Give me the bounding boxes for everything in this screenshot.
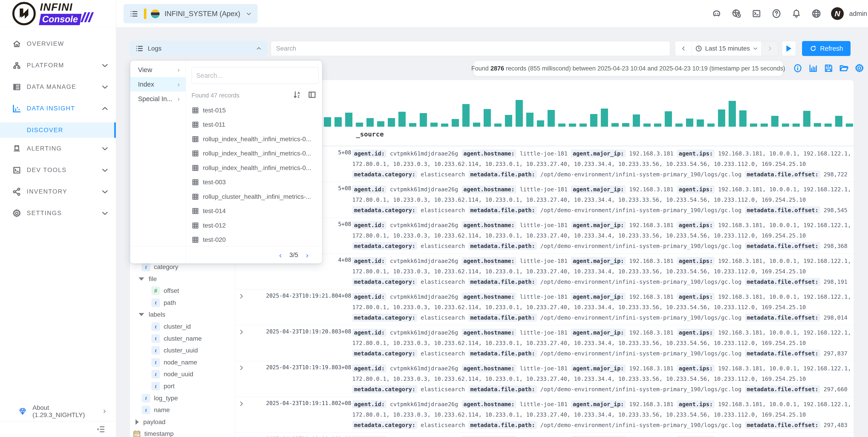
sidebar-item-data-manage[interactable]: DATA MANAGE: [0, 76, 116, 98]
histogram-bar[interactable]: [825, 124, 832, 127]
histogram-bar[interactable]: [377, 121, 384, 127]
field-item-timestamp[interactable]: timestamp: [132, 428, 174, 437]
time-range-button[interactable]: Last 15 minutes: [692, 41, 761, 56]
dropdown-menu-item-view[interactable]: View›: [130, 63, 186, 77]
index-list-item[interactable]: rollup_index_health_.infini_metrics-0...: [191, 161, 314, 175]
row-expand-icon[interactable]: [238, 401, 245, 407]
field-item-node_uuid[interactable]: tnode_uuid: [151, 368, 193, 380]
open-folder-icon[interactable]: [839, 63, 849, 73]
histogram-bar[interactable]: [771, 116, 778, 127]
refresh-button[interactable]: Refresh: [802, 41, 850, 56]
field-item-file[interactable]: file: [139, 273, 157, 285]
field-item-name[interactable]: tname: [142, 404, 170, 416]
histogram-bar[interactable]: [537, 120, 544, 127]
about-button[interactable]: About (1.29.3_NIGHTLY): [0, 402, 116, 421]
histogram-bar[interactable]: [505, 115, 512, 127]
histogram-bar[interactable]: [473, 123, 480, 127]
sidebar-item-dev-tools[interactable]: DEV TOOLS: [0, 159, 116, 181]
caret-right-icon[interactable]: [135, 419, 139, 425]
histogram-bar[interactable]: [612, 123, 619, 127]
index-list-item[interactable]: test-003: [191, 175, 314, 189]
discord-icon[interactable]: [711, 8, 722, 19]
sidebar-item-data-insight[interactable]: DATA INSIGHT: [0, 98, 116, 119]
cluster-selector[interactable]: INFINI_SYSTEM (Apex): [124, 4, 258, 23]
histogram-bar[interactable]: [356, 123, 363, 127]
histogram-bar[interactable]: [367, 118, 374, 127]
index-list-item[interactable]: test-011: [191, 118, 314, 132]
field-item-cluster_id[interactable]: tcluster_id: [151, 321, 191, 333]
field-item-log_type[interactable]: tlog_type: [142, 392, 178, 404]
histogram-bar[interactable]: [345, 113, 352, 127]
terminal-icon[interactable]: [751, 8, 762, 19]
field-item-cluster_name[interactable]: tcluster_name: [151, 333, 202, 345]
histogram-bar[interactable]: [654, 124, 661, 127]
caret-down-icon[interactable]: [139, 277, 144, 281]
field-item-node_name[interactable]: tnode_name: [151, 356, 197, 368]
histogram-bar[interactable]: [324, 117, 331, 127]
field-item-cluster_uuid[interactable]: tcluster_uuid: [151, 345, 198, 356]
caret-down-icon[interactable]: [139, 313, 144, 316]
bell-icon[interactable]: [791, 8, 802, 19]
histogram-bar[interactable]: [622, 123, 629, 127]
histogram-bar[interactable]: [697, 120, 704, 127]
histogram-bar[interactable]: [484, 109, 491, 127]
collapse-sidebar-icon[interactable]: [96, 424, 105, 434]
columns-icon[interactable]: [308, 90, 317, 99]
histogram-bar[interactable]: [526, 113, 533, 127]
chart-icon[interactable]: [808, 63, 818, 73]
histogram-bar[interactable]: [462, 104, 470, 127]
index-list-item[interactable]: test-012: [191, 218, 314, 232]
histogram-bar[interactable]: [633, 115, 640, 127]
index-list-item[interactable]: test-015: [191, 103, 314, 117]
settings-gear-icon[interactable]: [855, 63, 864, 73]
row-expand-icon[interactable]: [238, 365, 245, 372]
histogram-bar[interactable]: [420, 113, 427, 127]
sidebar-item-discover[interactable]: DISCOVER: [0, 122, 116, 138]
histogram-bar[interactable]: [398, 112, 406, 127]
index-list-item[interactable]: rollup_index_health_.infini_metrics-0...: [191, 147, 314, 161]
histogram-bar[interactable]: [409, 123, 416, 127]
row-expand-icon[interactable]: [238, 329, 245, 336]
field-item-labels[interactable]: labels: [139, 309, 165, 320]
field-item-payload[interactable]: payload: [135, 416, 165, 428]
histogram-bar[interactable]: [590, 114, 597, 127]
dropdown-menu-item-index[interactable]: Index›: [130, 77, 186, 92]
sidebar-item-alerting[interactable]: ALERTING: [0, 138, 116, 159]
user-avatar[interactable]: N: [831, 7, 844, 20]
histogram-bar[interactable]: [739, 111, 746, 127]
sidebar-item-platform[interactable]: PLATFORM: [0, 55, 116, 76]
page-prev-icon[interactable]: ‹: [279, 251, 281, 259]
help-icon[interactable]: [771, 8, 782, 19]
histogram-bar[interactable]: [814, 123, 821, 127]
histogram-bar[interactable]: [665, 111, 672, 127]
histogram-bar[interactable]: [430, 123, 438, 127]
histogram-bar[interactable]: [728, 101, 736, 127]
page-next-icon[interactable]: ›: [306, 251, 308, 259]
histogram-bar[interactable]: [558, 124, 565, 127]
app-logo[interactable]: INFINI Console: [0, 0, 116, 27]
histogram-bar[interactable]: [601, 108, 608, 127]
histogram-bar[interactable]: [707, 124, 715, 127]
index-search-input[interactable]: [196, 72, 314, 79]
histogram-bar[interactable]: [388, 118, 395, 127]
index-list-item[interactable]: rollup_cluster_health_.infini_metrics-..…: [191, 189, 314, 204]
histogram-bar[interactable]: [494, 124, 501, 127]
row-expand-icon[interactable]: [238, 293, 245, 300]
histogram-bar[interactable]: [569, 124, 576, 127]
auto-refresh-play-button[interactable]: [782, 41, 796, 56]
dropdown-menu-item-special-in-[interactable]: Special In...›: [130, 92, 186, 106]
field-item-port[interactable]: tport: [151, 380, 175, 392]
search-input[interactable]: [276, 45, 665, 52]
histogram-bar[interactable]: [452, 119, 459, 127]
histogram-bar[interactable]: [750, 124, 757, 127]
histogram-bar[interactable]: [835, 116, 842, 127]
sidebar-item-overview[interactable]: OVERVIEW: [0, 33, 116, 55]
field-item-path[interactable]: tpath: [151, 297, 176, 309]
histogram-bar[interactable]: [516, 100, 523, 127]
sidebar-item-inventory[interactable]: INVENTORY: [0, 181, 116, 202]
save-icon[interactable]: [824, 63, 834, 73]
field-item-offset[interactable]: #offset: [151, 285, 179, 297]
histogram-bar[interactable]: [548, 110, 555, 127]
language-globe-icon[interactable]: [811, 8, 822, 19]
histogram-bar[interactable]: [580, 124, 587, 127]
